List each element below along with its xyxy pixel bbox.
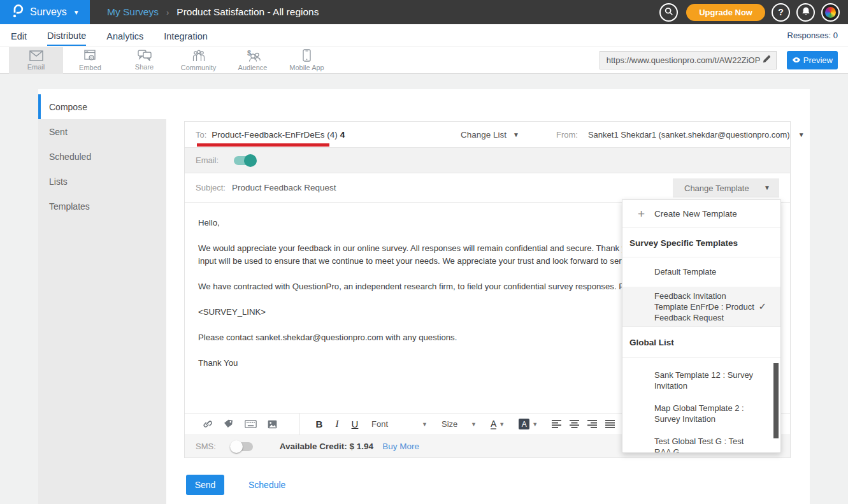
channel-label: Audience xyxy=(238,64,268,71)
chevron-down-icon: ▼ xyxy=(73,9,80,16)
sidebar-item-compose[interactable]: Compose xyxy=(38,94,166,119)
help-button[interactable]: ? xyxy=(772,3,790,22)
template-item-map-global[interactable]: Map Global Template 2 : Survey Invitatio… xyxy=(622,403,780,424)
chevron-down-icon: ▼ xyxy=(764,184,770,191)
insert-image-icon[interactable] xyxy=(268,420,277,429)
channel-label: Mobile App xyxy=(289,64,324,71)
align-center-icon[interactable] xyxy=(570,420,579,428)
preview-button[interactable]: Preview xyxy=(787,51,838,69)
search-button[interactable] xyxy=(659,3,678,22)
template-item-default[interactable]: Default Template xyxy=(622,257,780,287)
change-template-menu: + Create New Template Survey Specific Te… xyxy=(622,199,781,453)
align-left-icon[interactable] xyxy=(552,420,561,428)
buy-more-link[interactable]: Buy More xyxy=(382,442,419,451)
channel-embed[interactable]: Embed xyxy=(63,47,117,74)
mobile-app-icon xyxy=(303,49,311,62)
channel-audience[interactable]: $ Audience xyxy=(226,47,280,74)
chevron-down-icon: ▼ xyxy=(471,421,477,428)
underline-button[interactable]: U xyxy=(346,419,364,429)
size-select-label: Size xyxy=(442,419,457,429)
bg-color-a: A xyxy=(519,419,529,429)
chevron-down-icon: ▼ xyxy=(422,421,428,428)
subject-label: Subject: xyxy=(196,183,226,192)
from-label: From: xyxy=(556,130,578,140)
channel-mobile-app[interactable]: Mobile App xyxy=(280,47,334,74)
from-value[interactable]: Sanket1 Shekdar1 (sanket.shekdar@questio… xyxy=(588,130,790,140)
available-credit: Available Credit: $ 1.94 xyxy=(280,442,373,451)
question-mark-icon: ? xyxy=(778,7,784,17)
embed-icon xyxy=(84,50,97,62)
sidebar-item-templates[interactable]: Templates xyxy=(38,194,166,219)
channel-share[interactable]: Share xyxy=(117,47,171,74)
page-title: Product Satisfaction - All regions xyxy=(176,6,319,18)
notifications-button[interactable] xyxy=(796,3,815,22)
recipient-list-name[interactable]: Product-Feedback-EnFrDeEs (4) xyxy=(212,130,337,140)
send-actions: Send Schedule xyxy=(186,475,285,495)
sms-toggle[interactable] xyxy=(231,442,253,451)
tab-integration[interactable]: Integration xyxy=(164,26,208,45)
channel-email[interactable]: Email xyxy=(9,47,63,74)
tab-analytics[interactable]: Analytics xyxy=(106,26,143,45)
email-toggle-row: Email: xyxy=(185,148,790,173)
schedule-link[interactable]: Schedule xyxy=(248,480,285,490)
email-sidebar: Compose Sent Scheduled Lists Templates xyxy=(38,94,166,504)
change-list-dropdown[interactable]: Change List ▼ xyxy=(461,122,519,148)
breadcrumb-my-surveys[interactable]: My Surveys xyxy=(107,6,159,18)
bold-button[interactable]: B xyxy=(310,419,328,429)
product-switcher[interactable]: Surveys ▼ xyxy=(0,0,90,24)
font-select-label: Font xyxy=(371,419,388,429)
chevron-down-icon: ▼ xyxy=(513,131,519,138)
responses-count[interactable]: Responses: 0 xyxy=(787,31,838,40)
toggle-knob xyxy=(230,440,243,453)
breadcrumb: My Surveys › Product Satisfaction - All … xyxy=(107,6,319,18)
survey-url-area: https://www.questionpro.com/t/AW22ZiOP P… xyxy=(600,51,838,69)
checkmark-icon: ✓ xyxy=(758,301,766,312)
align-justify-icon[interactable] xyxy=(605,420,615,428)
top-bar: Surveys ▼ My Surveys › Product Satisfact… xyxy=(0,0,848,24)
global-template-list[interactable]: Sank Template 12 : Survey Invitation Map… xyxy=(622,358,780,453)
change-template-button[interactable]: Change Template ▼ xyxy=(673,178,779,198)
scrollbar-thumb[interactable] xyxy=(773,363,779,438)
chevron-down-icon: ▼ xyxy=(798,131,805,138)
channel-community[interactable]: Community xyxy=(171,47,226,74)
plus-icon: + xyxy=(638,207,645,221)
channel-label: Embed xyxy=(79,64,101,71)
tab-edit[interactable]: Edit xyxy=(11,26,27,45)
bell-icon xyxy=(801,6,810,18)
template-item-sank[interactable]: Sank Template 12 : Survey Invitation xyxy=(622,370,780,391)
font-size-select[interactable]: Size ▼ xyxy=(442,419,477,429)
send-button[interactable]: Send xyxy=(186,475,224,495)
upgrade-now-button[interactable]: Upgrade Now xyxy=(686,4,765,21)
sidebar-item-sent[interactable]: Sent xyxy=(38,119,166,144)
font-family-select[interactable]: Font ▼ xyxy=(371,419,428,429)
template-item-label: Feedback Invitation Template EnFrDe : Pr… xyxy=(654,291,754,322)
survey-url-field[interactable]: https://www.questionpro.com/t/AW22ZiOP xyxy=(600,51,777,69)
align-right-icon[interactable] xyxy=(587,420,597,428)
questionpro-logo-icon xyxy=(11,3,24,22)
toggle-knob xyxy=(244,154,257,167)
template-item-test-global[interactable]: Test Global Test G : Test RAA G xyxy=(622,436,780,453)
keyboard-icon[interactable] xyxy=(245,420,257,428)
background-color-button[interactable]: A ▼ xyxy=(519,419,538,429)
insert-link-icon[interactable] xyxy=(201,419,212,429)
edit-url-pencil-icon[interactable] xyxy=(762,55,771,66)
svg-text:$: $ xyxy=(247,50,251,57)
eye-icon xyxy=(792,55,803,65)
text-color-button[interactable]: A ▼ xyxy=(491,419,505,429)
sidebar-item-scheduled[interactable]: Scheduled xyxy=(38,144,166,169)
create-new-template-item[interactable]: + Create New Template xyxy=(622,200,780,228)
template-item-feedback-invitation[interactable]: Feedback Invitation Template EnFrDe : Pr… xyxy=(622,287,780,326)
account-avatar[interactable] xyxy=(821,3,840,22)
chevron-down-icon: ▼ xyxy=(499,421,505,428)
email-icon xyxy=(29,50,43,61)
sidebar-item-lists[interactable]: Lists xyxy=(38,169,166,194)
global-list-header: Global List xyxy=(622,326,780,358)
survey-url[interactable]: https://www.questionpro.com/t/AW22ZiOP xyxy=(607,55,762,65)
email-toggle[interactable] xyxy=(234,156,255,165)
subject-value[interactable]: Product Feedback Request xyxy=(232,183,336,192)
tab-distribute[interactable]: Distribute xyxy=(47,25,86,46)
to-label: To: xyxy=(196,130,206,140)
share-icon xyxy=(138,50,152,61)
italic-button[interactable]: I xyxy=(328,419,346,429)
merge-tag-icon[interactable] xyxy=(223,419,234,429)
